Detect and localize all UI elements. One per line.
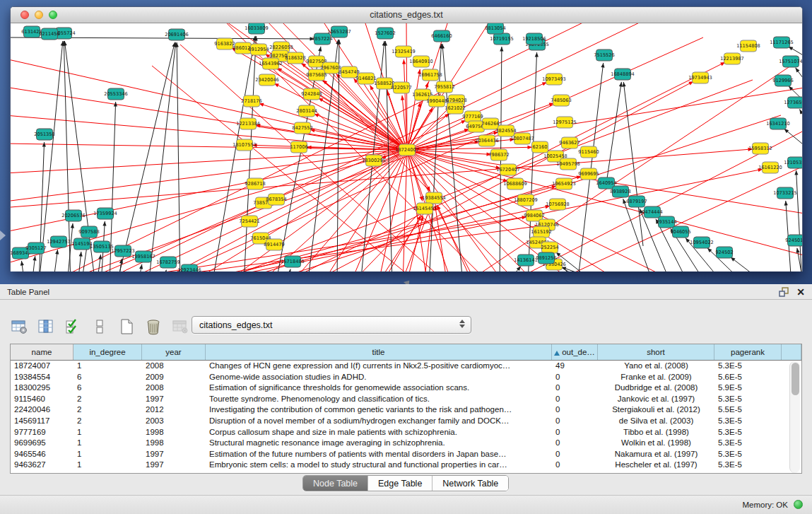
graph-node-yellow[interactable]: 9146821 (355, 73, 376, 84)
tab-node-table[interactable]: Node Table (303, 476, 368, 491)
graph-node-yellow[interactable]: 62160 (532, 141, 548, 153)
table-cell[interactable]: 1998 (142, 438, 206, 449)
table-cell[interactable]: Changes of HCN gene expression and I(f) … (206, 361, 552, 372)
graph-node-teal[interactable]: 924502 (715, 247, 733, 258)
table-cell[interactable]: 1 (73, 438, 142, 449)
select-all-rows-icon[interactable] (64, 317, 82, 336)
graph-node-teal[interactable]: 9245012 (785, 235, 802, 246)
table-cell[interactable]: Yano et al. (2008) (598, 361, 714, 372)
column-header-name[interactable]: name (11, 344, 73, 360)
network-canvas[interactable]: 1872400791638228860128891295428226058982… (11, 23, 802, 271)
graph-node-yellow[interactable]: 16961758 (418, 69, 442, 81)
row-height-icon[interactable] (90, 317, 109, 336)
graph-node-teal[interactable]: 13505135 (90, 241, 114, 252)
table-row[interactable]: 977716911998Corpus callosum shape and si… (11, 427, 801, 438)
graph-node-teal[interactable]: 15751074 (779, 56, 802, 67)
network-view-window[interactable]: citations_edges.txt 18724007916382288601… (10, 6, 803, 271)
graph-node-yellow[interactable]: 12213987 (720, 53, 744, 64)
table-cell[interactable]: Dudbridge et al. (2008) (598, 382, 714, 394)
graph-node-teal[interactable]: 20553346 (104, 88, 128, 100)
graph-node-yellow[interactable]: 16161220 (758, 162, 782, 173)
table-cell[interactable]: 9699695 (11, 438, 73, 449)
graph-node-teal[interactable]: 16033809 (245, 23, 269, 34)
table-cell[interactable]: Nakamura et al. (1997) (598, 449, 714, 460)
graph-node-yellow[interactable]: 3824554 (495, 125, 516, 136)
table-cell[interactable]: 0 (552, 404, 598, 416)
memory-status-icon[interactable] (794, 500, 803, 509)
table-cell[interactable]: 18724007 (11, 361, 73, 372)
graph-node-teal[interactable]: 12923446 (177, 264, 201, 271)
table-cell[interactable]: 2 (73, 394, 142, 405)
graph-node-yellow[interactable]: 8186328 (285, 52, 305, 64)
graph-node-yellow[interactable]: 9875685 (306, 69, 326, 81)
graph-node-yellow[interactable]: 11154808 (736, 40, 760, 52)
table-cell[interactable]: Stergiakouli et al. (2012) (598, 404, 714, 416)
table-cell[interactable]: 6 (73, 382, 142, 394)
table-row[interactable]: 2242004622012Investigating the contribut… (11, 404, 801, 416)
graph-node-teal[interactable]: 13958167 (131, 251, 155, 262)
column-header-out_de[interactable]: out_de… (552, 344, 598, 360)
graph-node-teal[interactable]: 9891256 (536, 252, 556, 264)
table-cell[interactable]: 22420046 (11, 404, 73, 416)
graph-node-teal[interactable]: 16782759 (156, 257, 180, 268)
table-cell[interactable]: 2003 (142, 416, 206, 427)
graph-node-teal[interactable]: 7857224 (312, 33, 332, 45)
graph-node-teal[interactable]: 17359924 (93, 208, 117, 219)
graph-node-teal[interactable]: 9129966 (772, 75, 793, 86)
table-cell[interactable]: 14569117 (11, 416, 73, 427)
graph-node-yellow[interactable]: 10688609 (503, 178, 527, 189)
graph-node-teal[interactable]: 9046055 (670, 226, 690, 238)
float-window-icon[interactable] (778, 286, 789, 298)
table-cell[interactable]: 1 (73, 460, 142, 471)
graph-node-yellow[interactable]: 8914479 (264, 239, 284, 250)
table-cell[interactable]: 5.3E-5 (714, 449, 782, 460)
graph-node-teal[interactable]: 9097588 (78, 226, 99, 238)
table-row[interactable]: 1872400712008Changes of HCN gene express… (11, 361, 801, 372)
citation-network-graph[interactable]: 1872400791638228860128891295428226058982… (11, 23, 802, 271)
graph-node-teal[interactable]: 11171265 (770, 37, 794, 48)
table-cell[interactable]: 6 (73, 372, 142, 383)
graph-node-teal[interactable]: 2051358 (34, 129, 54, 140)
graph-node-yellow[interactable]: 15958312 (748, 143, 772, 154)
table-cell[interactable]: 5.9E-5 (714, 382, 782, 394)
network-window-titlebar[interactable]: citations_edges.txt (11, 7, 802, 23)
table-cell[interactable]: 0 (552, 438, 598, 449)
table-cell[interactable]: 0 (552, 394, 598, 405)
graph-node-yellow[interactable]: 18640910 (409, 56, 433, 67)
graph-node-yellow[interactable]: 18807209 (514, 194, 538, 206)
table-cell[interactable]: de Silva et al. (2003) (598, 416, 714, 427)
graph-node-yellow[interactable]: 8912954 (248, 44, 269, 55)
column-header-pagerank[interactable]: pagerank (714, 344, 782, 360)
table-panel-titlebar[interactable]: Table Panel ✕ (0, 284, 812, 300)
graph-node-yellow[interactable]: 18724007 (395, 144, 419, 156)
graph-node-yellow[interactable]: 8678354 (266, 194, 286, 205)
table-cell[interactable]: Embryonic stem cells: a model to study s… (206, 460, 552, 471)
graph-node-yellow[interactable]: 12975125 (553, 117, 577, 128)
table-cell[interactable]: 5.3E-5 (714, 427, 782, 438)
table-row[interactable]: 1456911722003Disruption of a novel membe… (11, 416, 801, 427)
column-header-short[interactable]: short (598, 344, 714, 360)
graph-node-yellow[interactable]: 23420046 (255, 74, 279, 86)
table-cell[interactable]: 5.3E-5 (714, 438, 782, 449)
graph-node-teal[interactable]: 6466160 (431, 30, 452, 42)
table-cell[interactable]: 0 (552, 427, 598, 438)
graph-node-yellow[interactable]: 252254 (541, 242, 558, 253)
table-settings-icon[interactable] (10, 317, 28, 336)
table-cell[interactable]: 5.6E-5 (714, 372, 782, 383)
graph-node-yellow[interactable]: 7254421 (239, 216, 259, 227)
graph-node-yellow[interactable]: 19734943 (688, 72, 712, 83)
graph-node-teal[interactable]: 14136141 (514, 255, 538, 266)
graph-node-yellow[interactable]: 9286718 (245, 178, 265, 189)
table-cell[interactable]: Estimation of significance thresholds fo… (206, 382, 552, 394)
column-edit-icon[interactable] (37, 317, 55, 336)
table-cell[interactable]: 1997 (142, 460, 206, 471)
graph-node-yellow[interactable]: 8220577 (391, 82, 411, 93)
table-cell[interactable]: Wolkin et al. (1998) (598, 438, 714, 449)
table-cell[interactable]: 2 (73, 416, 142, 427)
graph-node-yellow[interactable]: 117006 (290, 141, 307, 153)
graph-node-teal[interactable]: 19218506 (522, 33, 546, 45)
tab-network-table[interactable]: Network Table (433, 476, 508, 491)
graph-node-teal[interactable]: 8938928 (610, 186, 630, 197)
graph-node-teal[interactable]: 1527602 (375, 28, 395, 39)
table-cell[interactable]: 2008 (142, 382, 206, 394)
